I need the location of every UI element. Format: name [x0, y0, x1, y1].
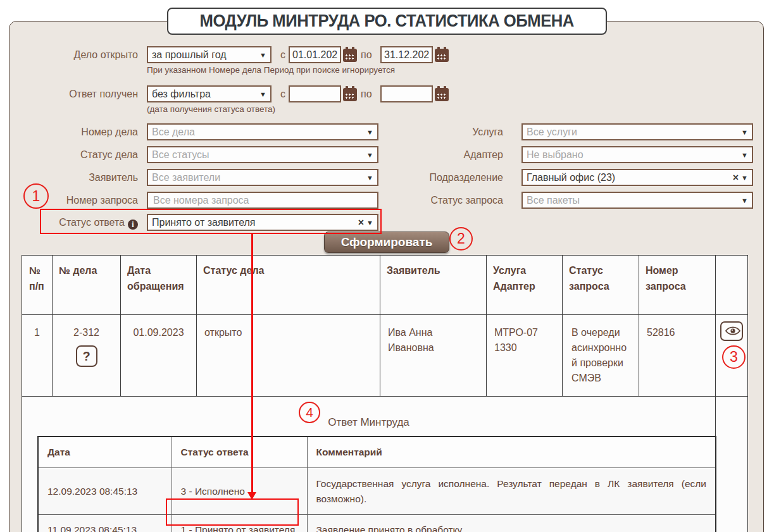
request-status-value: Все пакеты: [527, 195, 739, 206]
request-number-input[interactable]: [147, 192, 378, 209]
case-opened-to-input[interactable]: [380, 46, 433, 63]
page: МОДУЛЬ МИНТРУДА РО. СТАТИСТИКА ОБМЕНА Де…: [0, 0, 774, 532]
cell-request-number: 52816: [639, 315, 716, 397]
response-status: 3 - Исполнено: [172, 468, 307, 515]
response-received-hint: (дата получения статуса ответа): [147, 104, 275, 114]
cell-date: 01.09.2023: [121, 315, 197, 397]
cell-num: 1: [22, 315, 53, 397]
annotation-1: 1: [23, 183, 49, 209]
case-status-value: Все статусы: [152, 149, 364, 161]
response-row: 12.09.2023 08:45:13 3 - Исполнено Госуда…: [38, 468, 716, 515]
case-number-value: 2-312: [73, 327, 99, 338]
case-opened-hint: При указанном Номере дела Период при пои…: [147, 65, 395, 75]
label-applicant: Заявитель: [25, 172, 138, 183]
calendar-icon[interactable]: [343, 86, 357, 102]
clear-icon[interactable]: ×: [733, 173, 739, 183]
label-request-status: Статус запроса: [354, 195, 503, 206]
annotation-4: 4: [299, 402, 320, 423]
response-status: 1 - Принято от заявителя: [172, 515, 307, 532]
response-received-select[interactable]: без фильтра ▼: [147, 85, 272, 102]
cell-case-status: открыто: [197, 315, 380, 397]
col-case: № дела: [53, 256, 121, 315]
cell-applicant: Ива Анна Ивановна: [380, 315, 487, 397]
response-table: Дата Статус ответа Комментарий 12.09.202…: [37, 436, 716, 532]
col-num: № п/п: [22, 256, 53, 315]
case-status-select[interactable]: Все статусы ▼: [147, 146, 378, 163]
response-section: Ответ Минтруда Дата Статус ответа Коммен…: [22, 397, 716, 532]
department-value: Главный офис (23): [527, 172, 730, 183]
department-select[interactable]: Главный офис (23) × ▼: [521, 169, 753, 186]
response-received-value: без фильтра: [152, 89, 257, 100]
calendar-icon[interactable]: [435, 86, 449, 102]
response-section-title: Ответ Минтруда: [30, 407, 708, 431]
label-response-status-text: Статус ответа: [59, 217, 125, 228]
case-number-value: Все дела: [152, 127, 364, 138]
response-from-input[interactable]: [289, 85, 341, 102]
label-from: с: [280, 49, 285, 61]
case-opened-period-select[interactable]: за прошлый год ▼: [147, 46, 272, 63]
chevron-down-icon: ▼: [741, 128, 748, 136]
results-table: № п/п № дела Дата обращения Статус дела …: [22, 255, 748, 532]
table-row: 1 2-312 ? 01.09.2023 открыто Ива Анна Ив…: [22, 315, 748, 397]
response-section-row: Ответ Минтруда Дата Статус ответа Коммен…: [22, 397, 748, 532]
label-case-opened: Дело открыто: [25, 49, 138, 61]
label-to: по: [361, 49, 372, 61]
page-title: МОДУЛЬ МИНТРУДА РО. СТАТИСТИКА ОБМЕНА: [167, 8, 607, 35]
calendar-grid: [437, 54, 447, 61]
col-actions: [716, 256, 748, 315]
response-comment: Заявление принято в обработку: [307, 515, 716, 532]
response-status-select[interactable]: Принято от заявителя × ▼: [147, 214, 378, 231]
label-department: Подразделение: [354, 172, 503, 183]
calendar-icon[interactable]: [343, 47, 357, 63]
service-select[interactable]: Все услуги ▼: [521, 123, 753, 140]
calendar-grid: [345, 93, 355, 100]
adapter-value: Не выбрано: [527, 149, 739, 161]
label-case-number: Номер дела: [25, 127, 138, 138]
annotation-3: 3: [722, 345, 746, 369]
chevron-down-icon: ▼: [741, 174, 748, 182]
col-request-status: Статус запроса: [563, 256, 639, 315]
chevron-down-icon: ▼: [259, 51, 266, 59]
cell-case: 2-312 ?: [53, 315, 121, 397]
chevron-down-icon: ▼: [366, 219, 373, 226]
generate-button[interactable]: Сформировать: [324, 232, 449, 253]
response-row: 11.09.2023 08:45:13 1 - Принято от заяви…: [38, 515, 716, 532]
annotation-2: 2: [449, 227, 473, 251]
col-service-adapter: Услуга Адаптер: [487, 256, 563, 315]
col-date: Дата обращения: [121, 256, 197, 315]
col-case-status: Статус дела: [197, 256, 380, 315]
eye-icon[interactable]: [720, 321, 743, 341]
chevron-down-icon: ▼: [741, 151, 748, 159]
label-case-status: Статус дела: [25, 149, 138, 161]
col-response-date: Дата: [38, 436, 172, 468]
col-applicant: Заявитель: [380, 256, 487, 315]
request-status-select[interactable]: Все пакеты ▼: [521, 192, 753, 209]
info-icon[interactable]: i: [128, 220, 138, 230]
service-value: Все услуги: [527, 127, 739, 138]
chevron-down-icon: ▼: [741, 197, 748, 204]
col-response-status: Статус ответа: [172, 436, 307, 468]
cell-request-status: В очереди асинхронной проверки СМЭВ: [563, 315, 639, 397]
adapter-select[interactable]: Не выбрано ▼: [521, 146, 753, 163]
applicant-value: Все заявители: [152, 172, 364, 183]
response-header-row: Дата Статус ответа Комментарий: [38, 436, 716, 468]
label-response-status: Статус ответаi: [25, 217, 138, 230]
calendar-grid: [345, 54, 355, 61]
eye-glyph: [725, 325, 741, 337]
label-from: с: [280, 89, 285, 100]
question-icon[interactable]: ?: [76, 345, 97, 367]
applicant-select[interactable]: Все заявители ▼: [147, 169, 378, 186]
clear-icon[interactable]: ×: [358, 218, 364, 228]
col-request-number: Номер запроса: [639, 256, 716, 315]
label-response-received: Ответ получен: [25, 89, 138, 100]
chevron-down-icon: ▼: [259, 90, 266, 98]
case-opened-from-input[interactable]: [289, 46, 341, 63]
response-date: 12.09.2023 08:45:13: [38, 468, 172, 515]
calendar-icon[interactable]: [435, 47, 449, 63]
label-service: Услуга: [354, 127, 503, 138]
label-adapter: Адаптер: [354, 149, 503, 161]
col-response-comment: Комментарий: [307, 436, 716, 468]
case-number-select[interactable]: Все дела ▼: [147, 123, 378, 140]
cell-service-adapter: МТРО-07 1330: [487, 315, 563, 397]
response-to-input[interactable]: [380, 85, 433, 102]
